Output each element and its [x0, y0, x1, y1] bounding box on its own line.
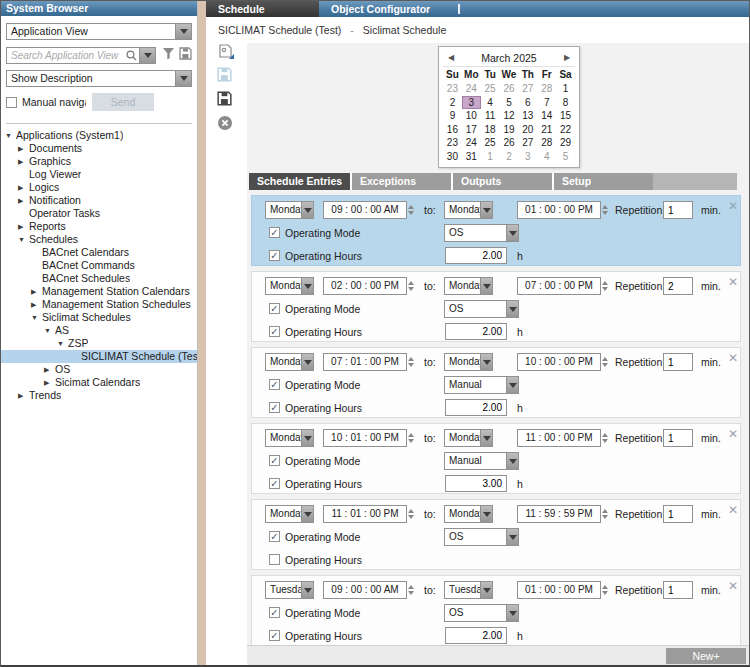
- calendar-day[interactable]: 3: [518, 150, 537, 164]
- time-spinner-arrows[interactable]: [602, 581, 611, 599]
- tree-item-zsp[interactable]: ▼ZSP: [1, 337, 197, 350]
- tree-item-documents[interactable]: ▶Documents: [1, 142, 197, 155]
- repetition-input[interactable]: [663, 201, 693, 219]
- calendar-day[interactable]: 24: [462, 136, 481, 150]
- time-spinner-arrows[interactable]: [408, 277, 417, 295]
- calendar-day[interactable]: 4: [537, 150, 556, 164]
- expander-closed-icon[interactable]: ▶: [18, 155, 29, 168]
- operating-mode-select[interactable]: OS: [444, 224, 519, 242]
- calendar-day[interactable]: 11: [481, 109, 500, 123]
- delete-entry-icon[interactable]: ✕: [728, 427, 738, 441]
- operating-mode-select[interactable]: OS: [444, 528, 519, 546]
- expander-closed-icon[interactable]: ▶: [31, 285, 42, 298]
- calendar-day[interactable]: 4: [481, 96, 500, 110]
- expander-closed-icon[interactable]: ▶: [18, 181, 29, 194]
- edit-document-icon[interactable]: [217, 43, 234, 60]
- calendar-day[interactable]: 22: [556, 123, 575, 137]
- spin-down-icon[interactable]: [408, 363, 414, 367]
- calendar-day[interactable]: 16: [443, 123, 462, 137]
- expander-open-icon[interactable]: ▼: [18, 233, 29, 246]
- chevron-down-icon[interactable]: [480, 506, 492, 522]
- subtab-schedule-entries[interactable]: Schedule Entries: [249, 173, 350, 190]
- spin-up-icon[interactable]: [602, 205, 608, 209]
- calendar-day[interactable]: 30: [443, 150, 462, 164]
- operating-mode-checkbox[interactable]: [269, 379, 280, 390]
- calendar-day[interactable]: 2: [500, 150, 519, 164]
- end-time-field[interactable]: 11 : 00 : 00 PM: [517, 429, 601, 447]
- spin-up-icon[interactable]: [602, 585, 608, 589]
- subtab-setup[interactable]: Setup: [552, 173, 653, 190]
- operating-hours-checkbox[interactable]: [269, 478, 280, 489]
- calendar-day[interactable]: 13: [518, 109, 537, 123]
- tree-item-log-viewer[interactable]: Log Viewer: [1, 168, 197, 181]
- tab-object-configurator[interactable]: Object Configurator: [319, 1, 442, 17]
- calendar-day[interactable]: 2: [443, 96, 462, 110]
- tab-schedule[interactable]: Schedule: [206, 1, 319, 17]
- description-selector[interactable]: Show Description: [6, 70, 192, 87]
- calendar-day[interactable]: 23: [443, 82, 462, 96]
- tree-item-trends[interactable]: ▶Trends: [1, 389, 197, 402]
- repetition-input[interactable]: [663, 581, 693, 599]
- operating-mode-select[interactable]: Manual: [444, 376, 519, 394]
- calendar-day[interactable]: 20: [518, 123, 537, 137]
- time-spinner-arrows[interactable]: [602, 277, 611, 295]
- time-spinner-arrows[interactable]: [408, 505, 417, 523]
- search-icon[interactable]: [124, 48, 139, 63]
- expander-open-icon[interactable]: ▼: [5, 129, 16, 142]
- calendar-day[interactable]: 8: [556, 96, 575, 110]
- operating-hours-input[interactable]: [445, 323, 507, 340]
- breadcrumb-primary[interactable]: SICLIMAT Schedule (Test): [218, 24, 341, 36]
- end-day-select[interactable]: Monday: [444, 353, 493, 371]
- spin-down-icon[interactable]: [602, 211, 608, 215]
- delete-entry-icon[interactable]: ✕: [728, 351, 738, 365]
- calendar-day[interactable]: 6: [518, 96, 537, 110]
- chevron-down-icon[interactable]: [506, 225, 518, 241]
- end-day-select[interactable]: Monday: [444, 277, 493, 295]
- filter-icon[interactable]: [162, 46, 175, 64]
- save-light-icon[interactable]: [217, 67, 234, 84]
- delete-entry-icon[interactable]: ✕: [728, 275, 738, 289]
- spin-up-icon[interactable]: [602, 509, 608, 513]
- start-day-select[interactable]: Tuesday: [265, 581, 314, 599]
- calendar-day[interactable]: 12: [500, 109, 519, 123]
- calendar-next-icon[interactable]: ▶: [559, 53, 575, 62]
- spin-up-icon[interactable]: [408, 205, 414, 209]
- start-time-field[interactable]: 07 : 01 : 00 PM: [323, 353, 407, 371]
- calendar-day[interactable]: 15: [556, 109, 575, 123]
- subtab-outputs[interactable]: Outputs: [451, 173, 552, 190]
- tree-item-bacnet-commands[interactable]: BACnet Commands: [1, 259, 197, 272]
- send-button[interactable]: Send: [92, 93, 154, 111]
- tree-item-management-station-calendars[interactable]: ▶Management Station Calendars: [1, 285, 197, 298]
- spin-up-icon[interactable]: [408, 433, 414, 437]
- spin-down-icon[interactable]: [408, 439, 414, 443]
- calendar-day[interactable]: 14: [537, 109, 556, 123]
- tree-item-sicimat-calendars[interactable]: ▶Sicimat Calendars: [1, 376, 197, 389]
- end-time-field[interactable]: 01 : 00 : 00 PM: [517, 201, 601, 219]
- tree-item-as[interactable]: ▼AS: [1, 324, 197, 337]
- chevron-down-icon[interactable]: [301, 202, 313, 218]
- repetition-input[interactable]: [663, 505, 693, 523]
- start-day-select[interactable]: Monday: [265, 505, 314, 523]
- chevron-down-icon[interactable]: [175, 24, 191, 39]
- operating-hours-checkbox[interactable]: [269, 554, 280, 565]
- spin-down-icon[interactable]: [602, 439, 608, 443]
- operating-hours-input[interactable]: [445, 247, 507, 264]
- calendar-day[interactable]: 10: [462, 109, 481, 123]
- calendar-prev-icon[interactable]: ◀: [443, 53, 459, 62]
- calendar-day[interactable]: 29: [556, 136, 575, 150]
- operating-hours-input[interactable]: [445, 627, 507, 644]
- operating-mode-checkbox[interactable]: [269, 455, 280, 466]
- spin-down-icon[interactable]: [602, 363, 608, 367]
- chevron-down-icon[interactable]: [301, 278, 313, 294]
- delete-entry-icon[interactable]: ✕: [728, 503, 738, 517]
- tree-item-schedules[interactable]: ▼Schedules: [1, 233, 197, 246]
- spin-down-icon[interactable]: [408, 515, 414, 519]
- calendar-day[interactable]: 26: [500, 82, 519, 96]
- tree-item-reports[interactable]: ▶Reports: [1, 220, 197, 233]
- chevron-down-icon[interactable]: [301, 430, 313, 446]
- calendar-day[interactable]: 9: [443, 109, 462, 123]
- tree-item-notification[interactable]: ▶Notification: [1, 194, 197, 207]
- spin-up-icon[interactable]: [408, 585, 414, 589]
- calendar-day[interactable]: 7: [537, 96, 556, 110]
- spin-up-icon[interactable]: [602, 357, 608, 361]
